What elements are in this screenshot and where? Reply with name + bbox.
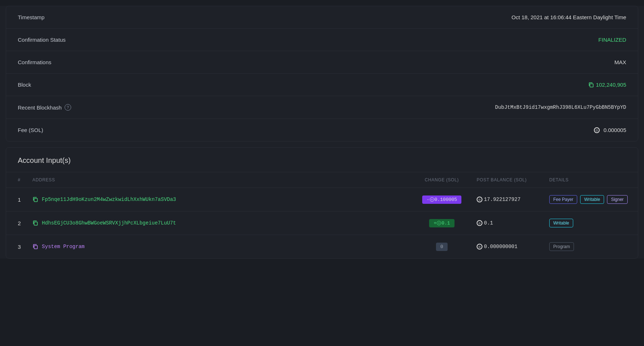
row-number: 3: [6, 235, 27, 259]
detail-badge-writable: Writable: [549, 219, 573, 227]
detail-badge-signer: Signer: [607, 195, 628, 204]
confirmations-row: Confirmations MAX: [6, 51, 638, 74]
svg-rect-2: [34, 222, 37, 225]
row-number: 2: [6, 211, 27, 235]
col-header-address: ADDRESS: [27, 172, 413, 188]
col-header-number: #: [6, 172, 27, 188]
table-header-row: # ADDRESS CHANGE (SOL) POST BALANCE (SOL…: [6, 172, 638, 188]
recent-blockhash-row: Recent Blockhash ? DubJtMxBtJ9id17wxgmRh…: [6, 96, 638, 119]
confirmations-label: Confirmations: [18, 59, 52, 65]
change-badge: -◎0.100005: [422, 195, 461, 204]
transaction-details-card: Timestamp Oct 18, 2021 at 16:06:44 Easte…: [6, 6, 638, 141]
svg-rect-0: [590, 84, 593, 87]
post-balance-cell: ◎17.922127927: [471, 188, 543, 211]
sol-circle-icon: ◎: [477, 244, 482, 250]
detail-badge-writable: Writable: [580, 195, 604, 204]
block-label: Block: [18, 82, 31, 88]
sol-icon: ◎: [594, 127, 600, 133]
address-link[interactable]: Fp5nqe11JdH9oKzun2M4wZwzkwidLhXxhWUkn7aS…: [42, 197, 176, 202]
details-cell: Fee PayerWritableSigner: [543, 188, 638, 211]
post-balance-cell: ◎0.1: [471, 211, 543, 235]
table-row: 2HdhsEGjCU3o8GhwBWGoeWSRVXjjhPcXLbgeiue7…: [6, 211, 638, 235]
details-cell: Writable: [543, 211, 638, 235]
account-inputs-card: Account Input(s) # ADDRESS CHANGE (SOL) …: [6, 147, 638, 259]
change-cell: +◎0.1: [413, 211, 471, 235]
col-header-post-balance: POST BALANCE (SOL): [471, 172, 543, 188]
detail-badge-program: Program: [549, 242, 574, 251]
col-header-details: DETAILS: [543, 172, 638, 188]
change-badge: 0: [436, 243, 448, 251]
table-row: 1Fp5nqe11JdH9oKzun2M4wZwzkwidLhXxhWUkn7a…: [6, 188, 638, 211]
sol-circle-icon: ◎: [477, 197, 482, 202]
detail-badge-fee-payer: Fee Payer: [549, 195, 577, 204]
copy-block-icon[interactable]: [588, 82, 594, 88]
account-inputs-title: Account Input(s): [6, 148, 638, 172]
copy-address-icon[interactable]: [32, 244, 38, 250]
post-balance-value: 17.922127927: [484, 197, 521, 202]
fee-row: Fee (SOL) ◎ 0.000005: [6, 119, 638, 141]
details-cell: Program: [543, 235, 638, 259]
svg-rect-1: [34, 198, 37, 202]
col-header-change: CHANGE (SOL): [413, 172, 471, 188]
address-link[interactable]: System Program: [42, 244, 85, 250]
accounts-table: # ADDRESS CHANGE (SOL) POST BALANCE (SOL…: [6, 172, 638, 258]
address-cell: HdhsEGjCU3o8GhwBWGoeWSRVXjjhPcXLbgeiue7L…: [27, 211, 413, 235]
post-balance-cell: ◎0.000000001: [471, 235, 543, 259]
svg-rect-3: [34, 246, 37, 249]
confirmation-status-row: Confirmation Status FINALIZED: [6, 29, 638, 51]
timestamp-row: Timestamp Oct 18, 2021 at 16:06:44 Easte…: [6, 6, 638, 29]
block-row: Block 102,240,905: [6, 74, 638, 96]
recent-blockhash-value: DubJtMxBtJ9id17wxgmRhJ398L6XLu7PyGbBN5BY…: [495, 104, 626, 110]
change-cell: -◎0.100005: [413, 188, 471, 211]
post-balance-value: 0.1: [484, 220, 493, 226]
confirmation-status-label: Confirmation Status: [18, 37, 66, 43]
fee-value: ◎ 0.000005: [594, 127, 626, 133]
confirmation-status-value: FINALIZED: [598, 37, 626, 43]
recent-blockhash-label: Recent Blockhash ?: [18, 104, 71, 111]
recent-blockhash-help-icon[interactable]: ?: [65, 104, 71, 111]
sol-circle-icon: ◎: [477, 220, 482, 226]
row-number: 1: [6, 188, 27, 211]
timestamp-label: Timestamp: [18, 14, 45, 20]
table-row: 3System Program0◎0.000000001Program: [6, 235, 638, 259]
fee-label: Fee (SOL): [18, 127, 43, 133]
block-value[interactable]: 102,240,905: [588, 82, 626, 88]
address-link[interactable]: HdhsEGjCU3o8GhwBWGoeWSRVXjjhPcXLbgeiue7L…: [42, 220, 176, 226]
address-cell: System Program: [27, 235, 413, 259]
address-cell: Fp5nqe11JdH9oKzun2M4wZwzkwidLhXxhWUkn7aS…: [27, 188, 413, 211]
change-cell: 0: [413, 235, 471, 259]
post-balance-value: 0.000000001: [484, 244, 517, 250]
copy-address-icon[interactable]: [32, 197, 38, 202]
copy-address-icon[interactable]: [32, 220, 38, 226]
change-badge: +◎0.1: [429, 219, 454, 227]
confirmations-value: MAX: [614, 59, 626, 65]
timestamp-value: Oct 18, 2021 at 16:06:44 Eastern Dayligh…: [511, 14, 626, 20]
